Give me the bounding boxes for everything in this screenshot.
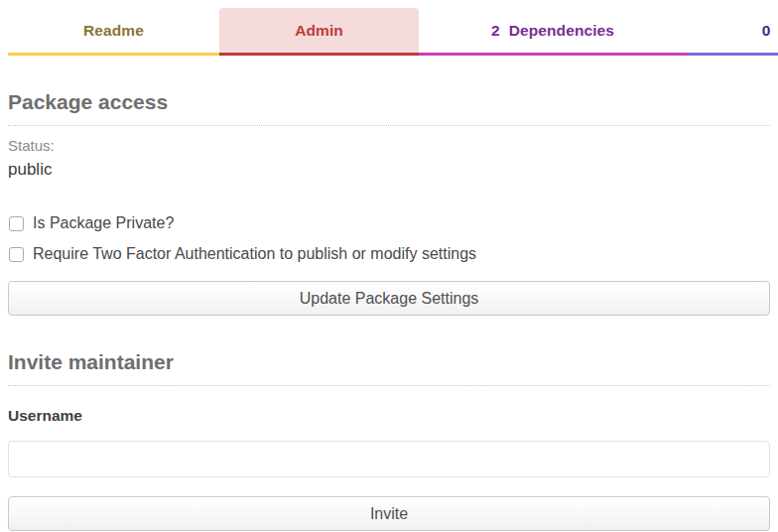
update-package-settings-button[interactable]: Update Package Settings — [8, 281, 770, 316]
tab-admin[interactable]: Admin — [219, 8, 419, 56]
tab-dependencies-label: Dependencies — [509, 22, 614, 40]
tab-dependents[interactable]: 0 — [687, 8, 778, 56]
private-checkbox-row: Is Package Private? — [8, 214, 770, 232]
invite-button[interactable]: Invite — [8, 496, 770, 531]
is-package-private-label: Is Package Private? — [33, 214, 174, 232]
tab-dependencies[interactable]: 2 Dependencies — [419, 8, 687, 56]
package-tabbar: Readme Admin 2 Dependencies 0 — [0, 8, 778, 56]
tab-admin-label: Admin — [295, 22, 343, 40]
status-value: public — [8, 159, 770, 181]
is-package-private-checkbox[interactable] — [9, 216, 24, 231]
username-input[interactable] — [8, 441, 770, 477]
require-two-factor-label: Require Two Factor Authentication to pub… — [33, 245, 476, 263]
package-access-title: Package access — [8, 88, 770, 126]
username-label: Username — [8, 407, 770, 425]
tab-dependents-label: 0 — [762, 22, 771, 40]
tab-dependencies-count: 2 — [491, 22, 500, 40]
tab-readme[interactable]: Readme — [8, 8, 219, 56]
require-two-factor-checkbox[interactable] — [9, 247, 24, 262]
invite-maintainer-title: Invite maintainer — [8, 348, 770, 386]
admin-panel: Package access Status: public Is Package… — [0, 88, 778, 531]
tab-readme-label: Readme — [83, 22, 144, 40]
status-label: Status: — [8, 136, 770, 155]
two-factor-checkbox-row: Require Two Factor Authentication to pub… — [8, 245, 770, 263]
